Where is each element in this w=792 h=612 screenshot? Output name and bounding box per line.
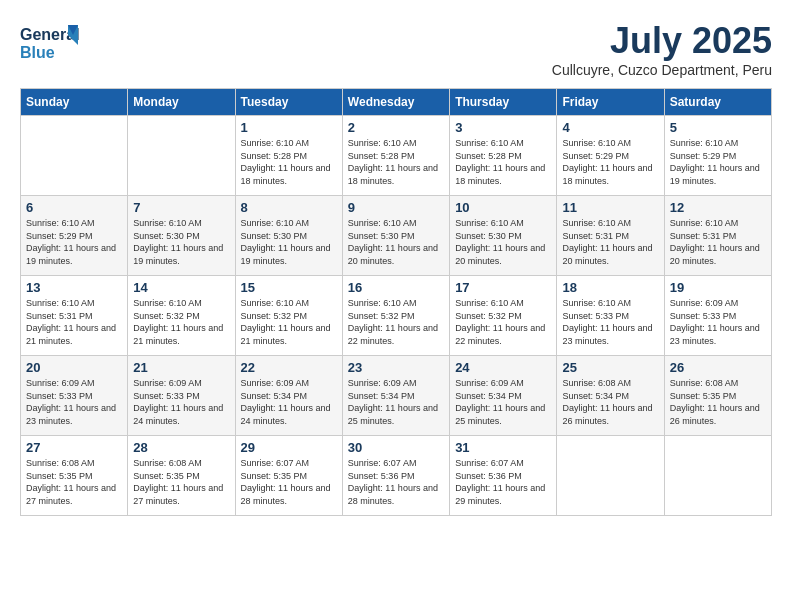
day-number: 28	[133, 440, 229, 455]
calendar-cell: 5Sunrise: 6:10 AM Sunset: 5:29 PM Daylig…	[664, 116, 771, 196]
day-header-saturday: Saturday	[664, 89, 771, 116]
day-number: 15	[241, 280, 337, 295]
calendar-cell: 14Sunrise: 6:10 AM Sunset: 5:32 PM Dayli…	[128, 276, 235, 356]
calendar-cell: 2Sunrise: 6:10 AM Sunset: 5:28 PM Daylig…	[342, 116, 449, 196]
calendar-cell	[557, 436, 664, 516]
day-info: Sunrise: 6:08 AM Sunset: 5:35 PM Dayligh…	[670, 377, 766, 427]
day-info: Sunrise: 6:10 AM Sunset: 5:29 PM Dayligh…	[562, 137, 658, 187]
day-info: Sunrise: 6:10 AM Sunset: 5:32 PM Dayligh…	[241, 297, 337, 347]
calendar-cell: 7Sunrise: 6:10 AM Sunset: 5:30 PM Daylig…	[128, 196, 235, 276]
day-number: 23	[348, 360, 444, 375]
day-header-wednesday: Wednesday	[342, 89, 449, 116]
day-info: Sunrise: 6:10 AM Sunset: 5:30 PM Dayligh…	[133, 217, 229, 267]
calendar-cell: 25Sunrise: 6:08 AM Sunset: 5:34 PM Dayli…	[557, 356, 664, 436]
calendar-cell: 1Sunrise: 6:10 AM Sunset: 5:28 PM Daylig…	[235, 116, 342, 196]
calendar-cell: 16Sunrise: 6:10 AM Sunset: 5:32 PM Dayli…	[342, 276, 449, 356]
calendar-cell: 17Sunrise: 6:10 AM Sunset: 5:32 PM Dayli…	[450, 276, 557, 356]
calendar-cell: 28Sunrise: 6:08 AM Sunset: 5:35 PM Dayli…	[128, 436, 235, 516]
calendar-cell: 24Sunrise: 6:09 AM Sunset: 5:34 PM Dayli…	[450, 356, 557, 436]
day-info: Sunrise: 6:08 AM Sunset: 5:35 PM Dayligh…	[26, 457, 122, 507]
day-number: 8	[241, 200, 337, 215]
day-info: Sunrise: 6:10 AM Sunset: 5:29 PM Dayligh…	[26, 217, 122, 267]
day-info: Sunrise: 6:10 AM Sunset: 5:28 PM Dayligh…	[241, 137, 337, 187]
day-number: 17	[455, 280, 551, 295]
day-info: Sunrise: 6:10 AM Sunset: 5:33 PM Dayligh…	[562, 297, 658, 347]
day-info: Sunrise: 6:09 AM Sunset: 5:34 PM Dayligh…	[241, 377, 337, 427]
logo: General Blue	[20, 20, 80, 65]
day-info: Sunrise: 6:08 AM Sunset: 5:34 PM Dayligh…	[562, 377, 658, 427]
month-year: July 2025	[552, 20, 772, 62]
day-info: Sunrise: 6:10 AM Sunset: 5:31 PM Dayligh…	[670, 217, 766, 267]
day-info: Sunrise: 6:07 AM Sunset: 5:36 PM Dayligh…	[455, 457, 551, 507]
calendar-cell	[664, 436, 771, 516]
calendar-cell	[21, 116, 128, 196]
day-info: Sunrise: 6:09 AM Sunset: 5:33 PM Dayligh…	[670, 297, 766, 347]
day-number: 24	[455, 360, 551, 375]
day-number: 20	[26, 360, 122, 375]
calendar-week-row: 6Sunrise: 6:10 AM Sunset: 5:29 PM Daylig…	[21, 196, 772, 276]
calendar-cell: 19Sunrise: 6:09 AM Sunset: 5:33 PM Dayli…	[664, 276, 771, 356]
day-number: 5	[670, 120, 766, 135]
calendar-header-row: SundayMondayTuesdayWednesdayThursdayFrid…	[21, 89, 772, 116]
svg-text:Blue: Blue	[20, 44, 55, 61]
day-header-thursday: Thursday	[450, 89, 557, 116]
title-block: July 2025 Cullcuyre, Cuzco Department, P…	[552, 20, 772, 78]
day-header-monday: Monday	[128, 89, 235, 116]
day-info: Sunrise: 6:10 AM Sunset: 5:30 PM Dayligh…	[241, 217, 337, 267]
calendar-cell: 20Sunrise: 6:09 AM Sunset: 5:33 PM Dayli…	[21, 356, 128, 436]
calendar-cell: 3Sunrise: 6:10 AM Sunset: 5:28 PM Daylig…	[450, 116, 557, 196]
day-number: 11	[562, 200, 658, 215]
day-info: Sunrise: 6:10 AM Sunset: 5:30 PM Dayligh…	[348, 217, 444, 267]
day-header-sunday: Sunday	[21, 89, 128, 116]
calendar-cell: 15Sunrise: 6:10 AM Sunset: 5:32 PM Dayli…	[235, 276, 342, 356]
day-number: 12	[670, 200, 766, 215]
calendar-week-row: 1Sunrise: 6:10 AM Sunset: 5:28 PM Daylig…	[21, 116, 772, 196]
day-info: Sunrise: 6:10 AM Sunset: 5:32 PM Dayligh…	[455, 297, 551, 347]
day-number: 9	[348, 200, 444, 215]
day-info: Sunrise: 6:10 AM Sunset: 5:30 PM Dayligh…	[455, 217, 551, 267]
page-header: General Blue July 2025 Cullcuyre, Cuzco …	[20, 20, 772, 78]
calendar-cell: 31Sunrise: 6:07 AM Sunset: 5:36 PM Dayli…	[450, 436, 557, 516]
calendar-cell: 30Sunrise: 6:07 AM Sunset: 5:36 PM Dayli…	[342, 436, 449, 516]
day-info: Sunrise: 6:08 AM Sunset: 5:35 PM Dayligh…	[133, 457, 229, 507]
calendar-cell: 27Sunrise: 6:08 AM Sunset: 5:35 PM Dayli…	[21, 436, 128, 516]
day-number: 4	[562, 120, 658, 135]
day-number: 7	[133, 200, 229, 215]
calendar-cell: 6Sunrise: 6:10 AM Sunset: 5:29 PM Daylig…	[21, 196, 128, 276]
calendar-cell: 26Sunrise: 6:08 AM Sunset: 5:35 PM Dayli…	[664, 356, 771, 436]
day-number: 18	[562, 280, 658, 295]
day-number: 10	[455, 200, 551, 215]
day-number: 27	[26, 440, 122, 455]
day-number: 3	[455, 120, 551, 135]
calendar-cell: 21Sunrise: 6:09 AM Sunset: 5:33 PM Dayli…	[128, 356, 235, 436]
calendar-cell: 8Sunrise: 6:10 AM Sunset: 5:30 PM Daylig…	[235, 196, 342, 276]
day-number: 26	[670, 360, 766, 375]
day-number: 16	[348, 280, 444, 295]
day-header-friday: Friday	[557, 89, 664, 116]
calendar-cell: 22Sunrise: 6:09 AM Sunset: 5:34 PM Dayli…	[235, 356, 342, 436]
day-number: 25	[562, 360, 658, 375]
day-info: Sunrise: 6:10 AM Sunset: 5:31 PM Dayligh…	[26, 297, 122, 347]
day-info: Sunrise: 6:10 AM Sunset: 5:28 PM Dayligh…	[455, 137, 551, 187]
day-info: Sunrise: 6:09 AM Sunset: 5:34 PM Dayligh…	[455, 377, 551, 427]
day-info: Sunrise: 6:07 AM Sunset: 5:35 PM Dayligh…	[241, 457, 337, 507]
calendar-week-row: 20Sunrise: 6:09 AM Sunset: 5:33 PM Dayli…	[21, 356, 772, 436]
day-number: 21	[133, 360, 229, 375]
day-number: 22	[241, 360, 337, 375]
day-info: Sunrise: 6:09 AM Sunset: 5:33 PM Dayligh…	[26, 377, 122, 427]
calendar-week-row: 27Sunrise: 6:08 AM Sunset: 5:35 PM Dayli…	[21, 436, 772, 516]
calendar-cell: 13Sunrise: 6:10 AM Sunset: 5:31 PM Dayli…	[21, 276, 128, 356]
day-info: Sunrise: 6:07 AM Sunset: 5:36 PM Dayligh…	[348, 457, 444, 507]
day-info: Sunrise: 6:10 AM Sunset: 5:28 PM Dayligh…	[348, 137, 444, 187]
location: Cullcuyre, Cuzco Department, Peru	[552, 62, 772, 78]
calendar-week-row: 13Sunrise: 6:10 AM Sunset: 5:31 PM Dayli…	[21, 276, 772, 356]
day-number: 19	[670, 280, 766, 295]
calendar-table: SundayMondayTuesdayWednesdayThursdayFrid…	[20, 88, 772, 516]
day-info: Sunrise: 6:10 AM Sunset: 5:29 PM Dayligh…	[670, 137, 766, 187]
day-header-tuesday: Tuesday	[235, 89, 342, 116]
day-info: Sunrise: 6:09 AM Sunset: 5:33 PM Dayligh…	[133, 377, 229, 427]
logo-icon: General Blue	[20, 20, 80, 65]
day-number: 30	[348, 440, 444, 455]
day-number: 6	[26, 200, 122, 215]
day-number: 13	[26, 280, 122, 295]
